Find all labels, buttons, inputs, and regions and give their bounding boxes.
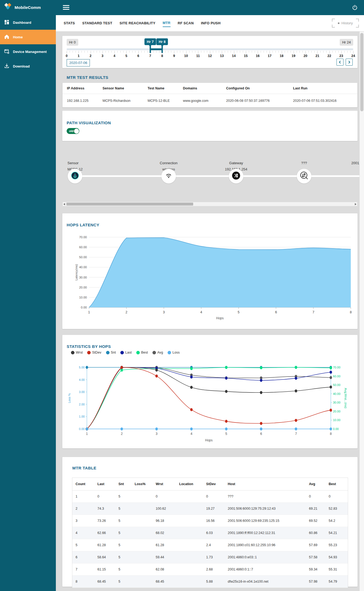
slider-tick	[219, 51, 219, 53]
mtr-cell: 5	[115, 495, 131, 498]
history-button[interactable]: History	[332, 19, 359, 28]
scroll-right-icon[interactable]	[355, 203, 356, 205]
svg-text:3: 3	[156, 432, 158, 436]
tab-standard-test[interactable]: STANDARD TEST	[82, 20, 112, 27]
sidebar-item-label: Download	[13, 64, 30, 68]
slider-handle-end[interactable]	[162, 46, 163, 53]
mtr-table-heading: MTR TABLE	[72, 466, 96, 470]
slider-tick	[70, 51, 70, 53]
sidebar-item-device-management[interactable]: Device Management	[0, 44, 56, 59]
power-icon[interactable]	[352, 4, 358, 11]
svg-text:3: 3	[163, 310, 165, 314]
horizontal-scrollbar[interactable]	[62, 202, 358, 206]
mtr-col-count: Count	[72, 482, 94, 486]
mtr-cell: 61.28	[94, 543, 115, 547]
slider-tick	[87, 51, 88, 53]
mtr-col-best: Best	[325, 482, 348, 486]
slider-tick	[216, 51, 216, 53]
slider-tick	[159, 51, 159, 53]
mtr-cell: 0	[325, 495, 348, 498]
results-cell: 2020-06-08 07:50:37.169776	[222, 99, 289, 103]
slider-handle-pill[interactable]: Hr 8	[156, 38, 168, 45]
slider-tick-label: 14	[232, 54, 236, 58]
mtr-cell: dfw25s16-in-x04.1e100.net	[224, 580, 306, 583]
slider-tick	[347, 51, 348, 53]
tab-site-reachability[interactable]: SITE REACHABILITY	[120, 20, 155, 27]
sidebar-item-download[interactable]: Download	[0, 59, 56, 73]
mtr-cell: 5	[115, 507, 131, 511]
mtr-cell: 6.03	[203, 531, 224, 535]
path-node-[interactable]	[297, 169, 311, 183]
tab-info-push[interactable]: INFO PUSH	[201, 20, 221, 27]
sidebar-item-label: Device Management	[13, 50, 47, 54]
mtr-test-results-heading: MTR TEST RESULTS	[67, 75, 108, 80]
slider-tick	[147, 51, 148, 53]
mtr-cell: 8	[72, 580, 94, 583]
bracket-corner	[332, 19, 335, 22]
svg-text:60.00: 60.00	[333, 375, 341, 378]
sidebar-item-label: Dashboard	[13, 21, 31, 25]
wifi-icon	[165, 172, 173, 181]
prev-day-button[interactable]	[336, 59, 343, 66]
slider-track[interactable]	[67, 48, 353, 50]
mtr-cell: 2.68	[203, 568, 224, 571]
svg-text:2: 2	[125, 310, 127, 314]
mtr-table-row: 274.35100.6219.272001:506:6000:129:75:29…	[72, 503, 348, 515]
mtr-cell: 58.64	[94, 555, 115, 559]
next-day-button[interactable]	[346, 59, 353, 66]
path-node-sensor[interactable]	[68, 169, 82, 183]
slider-tick-label: 7	[149, 54, 151, 58]
date-picker[interactable]: 2020-07-06	[67, 59, 90, 66]
slider-tick	[100, 51, 100, 53]
slider-tick	[177, 51, 177, 53]
svg-text:Avg,Wrst...(ms): Avg,Wrst...(ms)	[344, 388, 347, 408]
sidebar-item-home[interactable]: Home	[0, 30, 56, 44]
slider-selected-range[interactable]	[150, 48, 162, 50]
mtr-cell: 61.28	[152, 543, 176, 547]
slider-tick-label: 15	[244, 54, 248, 58]
mtr-cell: 3	[72, 519, 94, 523]
tab-mtr[interactable]: MTR	[163, 19, 171, 27]
sidebar-item-dashboard[interactable]: Dashboard	[0, 15, 56, 30]
path-node-gateway[interactable]	[229, 169, 243, 183]
slider-tick-label: 18	[280, 54, 284, 58]
slider-tick	[258, 51, 258, 53]
svg-text:5: 5	[225, 432, 227, 436]
slider-tick	[165, 51, 165, 53]
home-icon	[4, 34, 9, 40]
scroll-left-icon[interactable]	[63, 203, 65, 205]
slider-tick	[186, 51, 186, 53]
sidebar-nav: DashboardHomeDevice ManagementDownload	[0, 15, 56, 73]
slider-handle-pill[interactable]: Hr 7	[144, 38, 156, 45]
slider-tick	[267, 51, 267, 53]
hamburger-menu-icon[interactable]	[63, 5, 69, 11]
slider-tick	[76, 51, 76, 53]
slider-tick	[79, 51, 79, 53]
mtr-col-snt: Snt	[115, 482, 131, 486]
results-cell: MCPS-12-BLE	[143, 99, 179, 103]
tab-stats[interactable]: STATS	[64, 20, 75, 27]
mtr-table-row: 761.15562.082.682001:4860:0:1::759.3455.…	[72, 563, 348, 576]
svg-text:4: 4	[200, 310, 202, 314]
svg-text:4: 4	[190, 432, 192, 436]
mtr-cell: 5	[115, 555, 131, 559]
results-col-last-run: Last Run	[289, 86, 358, 90]
slider-tick	[278, 51, 279, 53]
old-toggle[interactable]: old	[67, 128, 79, 134]
slider-tick	[300, 51, 300, 53]
tab-rf-scan[interactable]: RF SCAN	[178, 20, 194, 27]
vertical-scrollbar[interactable]	[359, 31, 364, 591]
mtr-cell: 5	[115, 568, 131, 571]
scrollbar-thumb[interactable]	[66, 203, 193, 206]
mtr-cell: 59.34	[306, 568, 325, 571]
mtr-cell: 68.45	[94, 580, 115, 583]
vertical-scrollbar-thumb[interactable]	[360, 33, 363, 111]
slider-handle-start[interactable]	[149, 46, 151, 53]
slider-tick	[294, 51, 294, 53]
mtr-table-row: 561.28561.282.42001:1890:c01:60:12:255:1…	[72, 539, 348, 551]
slider-tick	[329, 51, 330, 53]
path-node-connection[interactable]	[161, 169, 176, 183]
slider-tick-label: 21	[315, 54, 319, 58]
svg-text:70.00: 70.00	[79, 236, 87, 239]
mtr-cell: 55.31	[325, 568, 348, 571]
